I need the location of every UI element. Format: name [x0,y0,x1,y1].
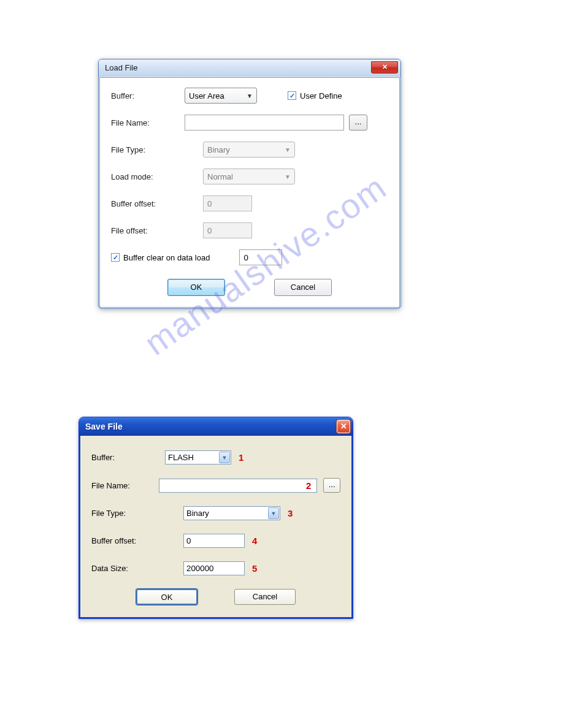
save-file-body: Buffer: FLASH ▼ 1 File Name: 2 ... File … [79,436,353,618]
filetype-dropdown: Binary ▼ [203,142,295,157]
user-define-label: User Define [300,91,342,100]
close-icon: ✕ [382,63,388,71]
loadmode-dropdown: Normal ▼ [203,169,295,184]
filetype-dropdown-value: Binary [186,509,209,518]
ok-button[interactable]: OK [136,589,197,605]
check-icon: ✓ [113,254,118,261]
filename-input[interactable] [159,479,317,493]
datasize-label: Data Size: [91,564,183,573]
bufferclear-checkbox[interactable]: ✓ [111,253,120,262]
bufferoffset-input[interactable] [183,534,245,548]
check-icon: ✓ [289,93,295,99]
save-file-title: Save File [85,422,123,431]
load-file-title: Load File [105,63,137,72]
close-icon: ✕ [340,422,347,431]
chevron-down-icon: ▼ [285,146,291,153]
filename-input[interactable] [185,115,344,131]
filename-label: File Name: [111,118,185,127]
browse-button[interactable]: ... [349,115,367,131]
user-define-checkbox-group[interactable]: ✓ User Define [288,91,342,100]
buffer-label: Buffer: [91,453,165,462]
ok-button[interactable]: OK [167,279,225,296]
datasize-input[interactable] [183,561,245,575]
save-file-dialog: Save File ✕ Buffer: FLASH ▼ 1 File Name:… [79,417,353,619]
loadmode-dropdown-value: Normal [207,172,233,181]
close-button[interactable]: ✕ [371,61,398,74]
filetype-label: File Type: [91,509,183,518]
buffer-dropdown-value: User Area [189,91,224,100]
cancel-button[interactable]: Cancel [274,279,332,296]
bufferclear-label: Buffer clear on data load [123,253,210,262]
fileoffset-label: File offset: [111,226,185,235]
filetype-dropdown[interactable]: Binary ▼ [183,506,280,520]
bufferclear-checkbox-group[interactable]: ✓ Buffer clear on data load [111,253,210,262]
close-button[interactable]: ✕ [337,420,350,433]
chevron-down-icon: ▼ [247,93,253,99]
buffer-dropdown[interactable]: FLASH ▼ [165,450,231,464]
bufferoffset-input [203,195,252,211]
bufferoffset-label: Buffer offset: [111,199,185,208]
buffer-dropdown-value: FLASH [168,453,194,462]
annotation-2: 2 [306,480,311,491]
filename-label: File Name: [91,481,159,490]
chevron-down-icon: ▼ [268,507,279,519]
filetype-dropdown-value: Binary [207,145,230,154]
browse-button[interactable]: ... [323,478,340,493]
filetype-label: File Type: [111,145,185,154]
load-file-titlebar[interactable]: Load File ✕ [99,59,400,77]
user-define-checkbox[interactable]: ✓ [288,91,296,100]
bufferoffset-label: Buffer offset: [91,536,183,545]
annotation-4: 4 [252,536,257,546]
annotation-1: 1 [239,452,243,463]
save-file-titlebar[interactable]: Save File ✕ [79,417,353,436]
annotation-5: 5 [252,563,257,574]
loadmode-label: Load mode: [111,172,185,181]
cancel-button[interactable]: Cancel [234,589,296,605]
chevron-down-icon: ▼ [219,452,230,463]
bufferclear-value-input[interactable] [239,249,282,265]
chevron-down-icon: ▼ [285,173,291,180]
load-file-dialog: Load File ✕ Buffer: User Area ▼ ✓ User D… [98,59,401,309]
buffer-label: Buffer: [111,91,185,100]
fileoffset-input [203,222,252,238]
buffer-dropdown[interactable]: User Area ▼ [185,88,257,104]
annotation-3: 3 [288,508,293,518]
load-file-body: Buffer: User Area ▼ ✓ User Define File N… [99,77,400,308]
